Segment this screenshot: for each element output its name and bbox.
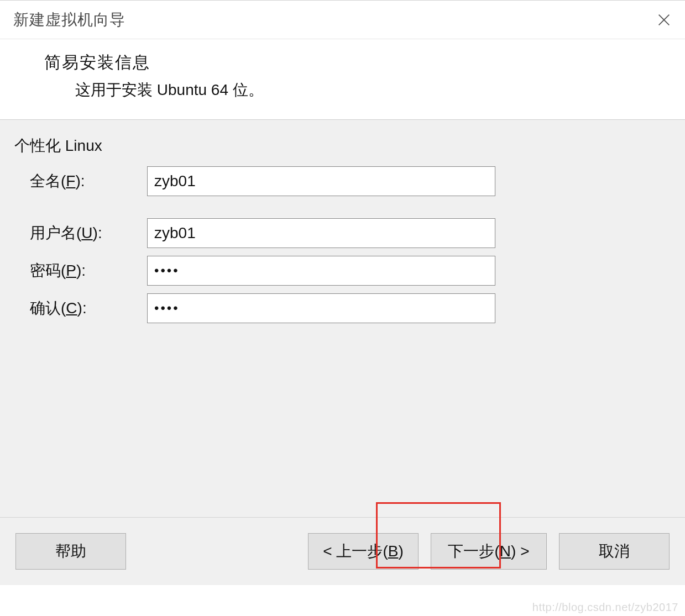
row-fullname: 全名(F):	[14, 166, 671, 196]
body-panel: 个性化 Linux 全名(F): 用户名(U): 密码(P):	[0, 120, 685, 518]
watermark: http://blog.csdn.net/zyb2017	[532, 601, 678, 614]
password-input[interactable]	[147, 256, 495, 286]
header-title: 简易安装信息	[44, 51, 685, 74]
help-button[interactable]: 帮助	[15, 533, 126, 570]
fullname-input[interactable]	[147, 166, 495, 196]
next-button[interactable]: 下一步(N) >	[431, 533, 547, 570]
label-fullname: 全名(F):	[14, 171, 147, 192]
header-panel: 简易安装信息 这用于安装 Ubuntu 64 位。	[0, 39, 685, 120]
username-input[interactable]	[147, 218, 495, 248]
new-vm-wizard-dialog: 新建虚拟机向导 简易安装信息 这用于安装 Ubuntu 64 位。 个性化 Li…	[0, 0, 685, 616]
label-username: 用户名(U):	[14, 223, 147, 244]
dialog-title: 新建虚拟机向导	[13, 9, 126, 30]
close-icon[interactable]	[655, 11, 673, 29]
form: 全名(F): 用户名(U): 密码(P): 确认(C):	[14, 166, 671, 323]
back-button[interactable]: < 上一步(B)	[308, 533, 419, 570]
row-username: 用户名(U):	[14, 218, 671, 248]
cancel-button[interactable]: 取消	[559, 533, 670, 570]
section-label: 个性化 Linux	[14, 135, 671, 156]
confirm-input[interactable]	[147, 293, 495, 323]
row-confirm: 确认(C):	[14, 293, 671, 323]
footer: 帮助 < 上一步(B) 下一步(N) > 取消	[0, 518, 685, 585]
header-subtitle: 这用于安装 Ubuntu 64 位。	[75, 80, 685, 101]
row-password: 密码(P):	[14, 256, 671, 286]
label-confirm: 确认(C):	[14, 298, 147, 319]
label-password: 密码(P):	[14, 260, 147, 281]
titlebar: 新建虚拟机向导	[0, 1, 685, 39]
